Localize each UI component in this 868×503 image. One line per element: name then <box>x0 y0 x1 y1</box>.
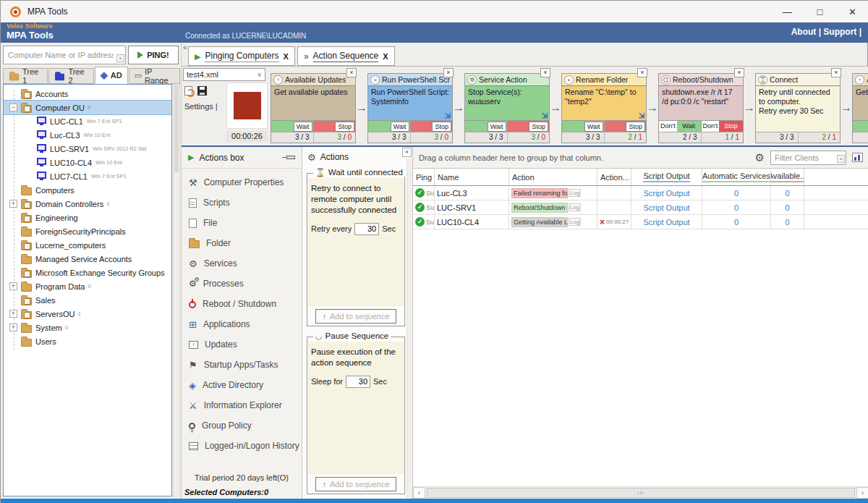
tree-item[interactable]: +ServersOU1 <box>4 307 171 321</box>
expand-icon[interactable]: + <box>9 310 17 318</box>
grid-row[interactable]: ✓SucLUC10-CL4Getting Available UpLog×00:… <box>413 215 868 229</box>
stop-sequence-button[interactable] <box>226 83 268 129</box>
close-card-icon[interactable]: × <box>734 68 744 77</box>
maximize-button[interactable]: □ <box>804 1 836 22</box>
column-header[interactable]: Action <box>509 169 597 185</box>
close-tab-icon[interactable]: X <box>284 52 289 61</box>
available-cell[interactable]: 0 <box>771 215 804 229</box>
minimize-button[interactable]: — <box>771 1 804 22</box>
close-card-icon[interactable]: × <box>540 68 550 77</box>
script-output-link[interactable]: Script Output <box>631 186 702 200</box>
cancel-icon[interactable]: × <box>600 217 605 227</box>
tree-item[interactable]: Sales <box>4 293 171 307</box>
tree-item[interactable]: LUC10-CL4Win 10 Ent <box>4 156 171 169</box>
tree-item[interactable]: Managed Service Accounts <box>4 252 171 266</box>
actions-box-item[interactable]: Group Policy <box>182 415 302 436</box>
retry-seconds-input[interactable] <box>354 223 379 235</box>
actions-box-item[interactable]: ⊞Applications <box>182 314 302 334</box>
stop-button[interactable]: Stop <box>313 121 356 132</box>
stop-button[interactable]: Stop <box>604 121 647 132</box>
stop-button[interactable]: Stop <box>507 121 550 132</box>
actions-box-item[interactable]: Logged-in/Logon History <box>182 436 302 456</box>
actions-box-item[interactable]: ⚔Information Explorer <box>182 395 302 415</box>
log-button[interactable]: Log <box>569 189 581 197</box>
add-to-sequence-button[interactable]: ↑ Add to sequence <box>315 477 396 491</box>
tree-item[interactable]: Microsoft Exchange Security Groups <box>4 266 171 279</box>
add-to-sequence-button[interactable]: ↑ Add to sequence <box>315 309 396 324</box>
tab-action-sequence[interactable]: » Action Sequence X <box>297 46 395 66</box>
stop-button[interactable]: Stop <box>410 121 453 132</box>
wait-button[interactable]: Wait <box>465 121 507 132</box>
collapse-icon[interactable]: − <box>9 103 17 111</box>
action-card[interactable]: ×↑Available UpdatesGet available updates… <box>271 73 356 143</box>
tree-item[interactable]: LUC-SRV1Win SRV 2012 R2 Std <box>4 142 171 156</box>
grid-row[interactable]: ✓SucLuc-CL3Failed renaming folLogScript … <box>413 186 868 200</box>
actions-box-item[interactable]: ◈Active Directory <box>182 375 302 395</box>
expand-icon[interactable]: ⇲ <box>639 111 644 121</box>
wait-button[interactable]: Wait <box>271 121 313 132</box>
automatic-services-cell[interactable]: 0 <box>702 200 771 214</box>
column-header[interactable]: Script Output <box>631 169 702 185</box>
report-icon[interactable] <box>852 153 863 162</box>
tree-item[interactable]: ForeignSecurityPrincipals <box>4 224 171 238</box>
actions-box-item[interactable]: ⚙Services <box>182 253 302 274</box>
actions-box-item[interactable]: Folder <box>182 233 302 253</box>
wait-button[interactable]: Wait <box>368 121 410 132</box>
sleep-seconds-input[interactable] <box>346 376 370 388</box>
actions-box-item[interactable]: ⚒Computer Properties <box>182 172 302 193</box>
actions-box-item[interactable]: ↑Updates <box>182 334 302 355</box>
tree-item[interactable]: +Domain Controllers1 <box>4 197 171 211</box>
clear-search-icon[interactable]: × <box>116 54 124 62</box>
action-card[interactable]: ×⚙Service ActionStop Service(s): wuauser… <box>464 73 550 143</box>
new-sequence-icon[interactable] <box>184 86 192 96</box>
tree-scrollbar[interactable] <box>173 84 180 496</box>
close-card-icon[interactable]: × <box>637 68 647 77</box>
dont-stop-button[interactable]: Don'tStop <box>701 121 744 132</box>
computer-search-input[interactable] <box>3 46 126 64</box>
scroll-right-icon[interactable]: › <box>856 487 868 499</box>
script-output-link[interactable]: Script Output <box>631 215 702 229</box>
expand-icon[interactable]: ⇲ <box>445 111 451 121</box>
close-panel-icon[interactable]: × <box>402 148 412 157</box>
script-output-link[interactable]: Script Output <box>631 200 702 214</box>
tab-tree2[interactable]: Tree 2 <box>48 68 93 84</box>
card-header[interactable]: ↑Available Updates <box>853 74 868 86</box>
available-cell[interactable]: 0 <box>771 200 804 214</box>
grid-settings-icon[interactable]: ⚙ <box>755 151 765 164</box>
column-header[interactable]: Automatic Services <box>702 169 771 185</box>
sequence-file-select[interactable]: test4.xml ∨ <box>183 68 265 81</box>
tree-item[interactable]: Luc-CL3Win 10 Ent <box>4 128 171 142</box>
card-header[interactable]: ⌛Connect <box>756 74 840 86</box>
card-header[interactable]: ×Rename Folder <box>562 74 646 86</box>
tab-ad[interactable]: ◈AD <box>95 67 128 84</box>
grid-row[interactable]: ✓SucLUC-SRV1Reboot/ShutdownLogScript Out… <box>413 200 868 215</box>
log-button[interactable]: Log <box>569 218 581 226</box>
scrollbar-thumb[interactable] <box>174 85 179 172</box>
grid-horizontal-scrollbar[interactable]: ‹ › <box>413 486 868 499</box>
tab-ip-range[interactable]: ▭IP Range <box>129 68 180 84</box>
action-card[interactable]: ×Reboot/Shutdownshutdown.exe /r /t 17 /d… <box>658 73 744 143</box>
column-header[interactable]: Ping <box>413 169 435 185</box>
clear-filter-icon[interactable]: × <box>837 155 845 163</box>
log-button[interactable]: Log <box>569 203 581 211</box>
about-support-links[interactable]: About | Support | <box>791 27 861 37</box>
actions-box-item[interactable]: ⚑Startup Apps/Tasks <box>182 355 302 375</box>
tree-item[interactable]: Lucerne_computers <box>4 238 171 252</box>
scroll-left-icon[interactable]: ‹ <box>413 487 425 499</box>
settings-link[interactable]: Settings | <box>184 102 218 111</box>
ping-button[interactable]: PING! <box>128 46 179 64</box>
column-header[interactable]: Name <box>435 169 509 185</box>
wait-button[interactable]: Wait <box>853 121 868 132</box>
actions-box-item[interactable]: ⚙⚙Processes <box>182 274 302 294</box>
close-card-icon[interactable]: × <box>443 68 454 77</box>
card-header[interactable]: ⚙Service Action <box>465 74 549 86</box>
tree-item[interactable]: +System0 <box>4 321 171 334</box>
tab-pinging-computers[interactable]: ▶ Pinging Computers X <box>188 46 295 66</box>
panel-scrollbar[interactable] <box>407 158 412 499</box>
tree-item[interactable]: +Program Data0 <box>4 279 171 293</box>
pin-icon[interactable] <box>286 156 295 159</box>
card-header[interactable]: ↑Available Updates <box>271 74 355 86</box>
tree-item[interactable]: Engineering <box>4 211 171 224</box>
action-card[interactable]: ×↑Available UpdatesGet available updates… <box>852 73 868 143</box>
tree-item[interactable]: Computers <box>4 183 171 197</box>
